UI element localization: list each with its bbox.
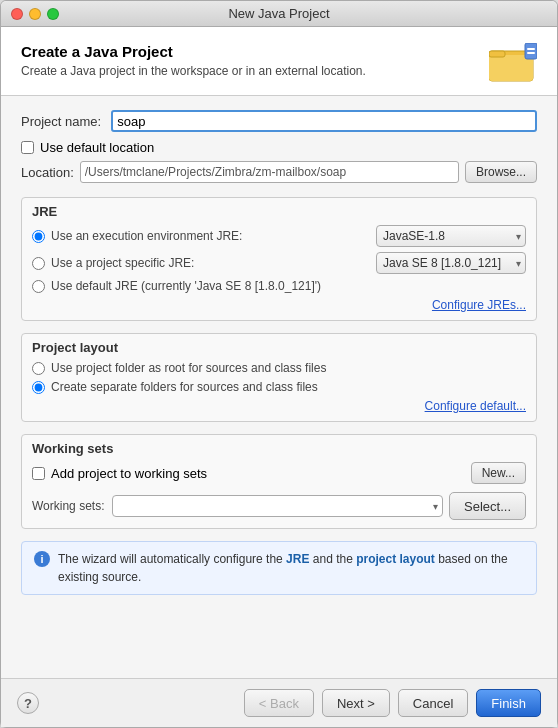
layout-option2-radio[interactable] <box>32 381 45 394</box>
jre-option3-radio[interactable] <box>32 280 45 293</box>
jre-section-content: Use an execution environment JRE: JavaSE… <box>22 221 536 320</box>
info-icon: i <box>34 551 50 567</box>
working-sets-dropdown-wrapper <box>112 495 443 517</box>
location-label: Location: <box>21 165 74 180</box>
project-name-input[interactable] <box>111 110 537 132</box>
jre-option2-radio[interactable] <box>32 257 45 270</box>
working-sets-content: Add project to working sets New... Worki… <box>22 458 536 528</box>
info-text-start: The wizard will automatically configure … <box>58 552 286 566</box>
jre-option3-row: Use default JRE (currently 'Java SE 8 [1… <box>32 279 526 293</box>
maximize-button[interactable] <box>47 8 59 20</box>
configure-default-link[interactable]: Configure default... <box>425 399 526 413</box>
window-controls <box>11 8 59 20</box>
back-button[interactable]: < Back <box>244 689 314 717</box>
jre-option1-label: Use an execution environment JRE: <box>51 229 376 243</box>
svg-rect-5 <box>527 52 535 54</box>
jre-option3-label: Use default JRE (currently 'Java SE 8 [1… <box>51 279 526 293</box>
working-sets-select[interactable] <box>112 495 443 517</box>
layout-option1-label: Use project folder as root for sources a… <box>51 361 526 375</box>
footer-left: ? <box>17 692 39 714</box>
main-content: Project name: Use default location Locat… <box>1 96 557 678</box>
add-to-working-sets-label: Add project to working sets <box>51 466 207 481</box>
window: New Java Project Create a Java Project C… <box>0 0 558 728</box>
location-row: Location: Browse... <box>21 161 537 183</box>
jre-section: JRE Use an execution environment JRE: Ja… <box>21 197 537 321</box>
jre-configure-row: Configure JREs... <box>32 298 526 312</box>
default-location-label: Use default location <box>40 140 154 155</box>
info-box: i The wizard will automatically configur… <box>21 541 537 595</box>
jre-option1-dropdown-wrapper: JavaSE-1.8 <box>376 225 526 247</box>
window-title: New Java Project <box>228 6 329 21</box>
working-sets-label: Working sets: <box>32 499 104 513</box>
dialog-header: Create a Java Project Create a Java proj… <box>1 27 557 96</box>
header-icon <box>489 43 537 83</box>
svg-rect-2 <box>489 51 505 57</box>
working-sets-title: Working sets <box>22 435 536 458</box>
working-sets-section: Working sets Add project to working sets… <box>21 434 537 529</box>
project-layout-section: Project layout Use project folder as roo… <box>21 333 537 422</box>
finish-button[interactable]: Finish <box>476 689 541 717</box>
layout-option2-label: Create separate folders for sources and … <box>51 380 526 394</box>
dialog-description: Create a Java project in the workspace o… <box>21 64 366 78</box>
cancel-button[interactable]: Cancel <box>398 689 468 717</box>
close-button[interactable] <box>11 8 23 20</box>
footer-right: < Back Next > Cancel Finish <box>244 689 541 717</box>
working-sets-select-button[interactable]: Select... <box>449 492 526 520</box>
layout-configure-row: Configure default... <box>32 399 526 413</box>
browse-button[interactable]: Browse... <box>465 161 537 183</box>
svg-rect-3 <box>525 43 537 59</box>
configure-jres-link[interactable]: Configure JREs... <box>432 298 526 312</box>
info-highlight-jre: JRE <box>286 552 309 566</box>
minimize-button[interactable] <box>29 8 41 20</box>
info-text: The wizard will automatically configure … <box>58 550 524 586</box>
working-sets-add-left: Add project to working sets <box>32 466 207 481</box>
jre-option2-label: Use a project specific JRE: <box>51 256 376 270</box>
project-layout-content: Use project folder as root for sources a… <box>22 357 536 421</box>
layout-option1-radio[interactable] <box>32 362 45 375</box>
next-button[interactable]: Next > <box>322 689 390 717</box>
jre-section-title: JRE <box>22 198 536 221</box>
info-text-middle: and the <box>309 552 356 566</box>
working-sets-input-row: Working sets: Select... <box>32 492 526 520</box>
default-location-checkbox[interactable] <box>21 141 34 154</box>
title-bar: New Java Project <box>1 1 557 27</box>
working-sets-new-button[interactable]: New... <box>471 462 526 484</box>
jre-option1-row: Use an execution environment JRE: JavaSE… <box>32 225 526 247</box>
info-highlight-layout: project layout <box>356 552 435 566</box>
project-layout-title: Project layout <box>22 334 536 357</box>
jre-option2-select[interactable]: Java SE 8 [1.8.0_121] <box>376 252 526 274</box>
dialog-title: Create a Java Project <box>21 43 366 60</box>
working-sets-add-row: Add project to working sets New... <box>32 462 526 484</box>
layout-option1-row: Use project folder as root for sources a… <box>32 361 526 375</box>
project-name-row: Project name: <box>21 110 537 132</box>
jre-option2-dropdown-wrapper: Java SE 8 [1.8.0_121] <box>376 252 526 274</box>
layout-option2-row: Create separate folders for sources and … <box>32 380 526 394</box>
location-input[interactable] <box>80 161 459 183</box>
dialog-content: Create a Java Project Create a Java proj… <box>1 27 557 727</box>
header-text: Create a Java Project Create a Java proj… <box>21 43 366 78</box>
jre-option1-radio[interactable] <box>32 230 45 243</box>
add-to-working-sets-checkbox[interactable] <box>32 467 45 480</box>
project-name-label: Project name: <box>21 114 101 129</box>
svg-rect-4 <box>527 48 535 50</box>
jre-option2-row: Use a project specific JRE: Java SE 8 [1… <box>32 252 526 274</box>
help-button[interactable]: ? <box>17 692 39 714</box>
jre-option1-select[interactable]: JavaSE-1.8 <box>376 225 526 247</box>
default-location-row: Use default location <box>21 140 537 155</box>
dialog-footer: ? < Back Next > Cancel Finish <box>1 678 557 727</box>
